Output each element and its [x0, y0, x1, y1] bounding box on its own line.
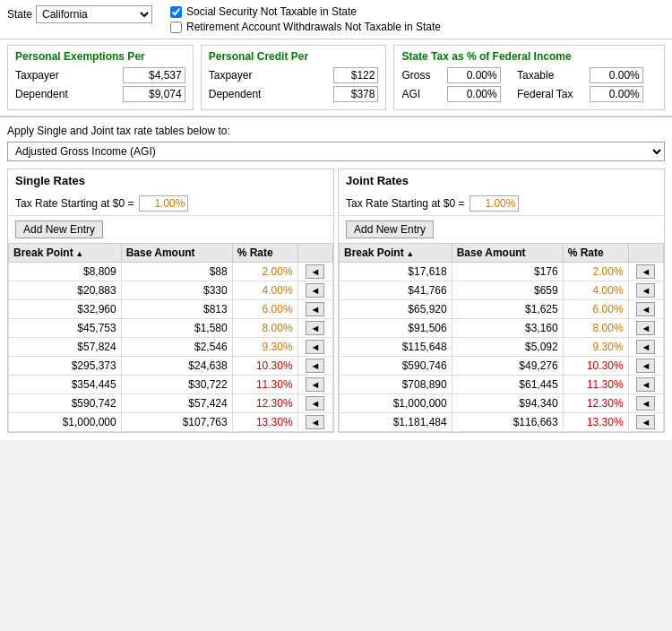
- table-row: $20,883 $330 4.00% ◄: [9, 281, 333, 300]
- single-delete-button[interactable]: ◄: [306, 302, 324, 316]
- joint-delete-cell: ◄: [628, 376, 663, 394]
- single-base-cell: $2,546: [121, 338, 232, 357]
- table-row: $32,960 $813 6.00% ◄: [9, 300, 333, 319]
- single-delete-cell: ◄: [297, 319, 332, 338]
- checkbox1-row[interactable]: Social Security Not Taxable in State: [170, 5, 441, 18]
- joint-delete-button[interactable]: ◄: [636, 377, 655, 392]
- joint-delete-cell: ◄: [628, 281, 663, 300]
- table-row: $1,000,000 $107,763 13.30% ◄: [9, 413, 333, 432]
- joint-base-cell: $49,276: [452, 357, 563, 376]
- federal-tax-input[interactable]: [590, 86, 643, 102]
- joint-rate-cell: 2.00%: [563, 263, 628, 281]
- single-col-base: Base Amount: [121, 244, 232, 263]
- joint-col-breakpoint[interactable]: Break Point: [340, 244, 452, 263]
- joint-delete-button[interactable]: ◄: [636, 359, 655, 373]
- joint-breakpoint-cell: $1,000,000: [340, 394, 452, 413]
- joint-rate-cell: 10.30%: [563, 357, 628, 376]
- joint-rate-cell: 11.30%: [563, 376, 628, 394]
- joint-delete-button[interactable]: ◄: [636, 321, 655, 335]
- joint-delete-button[interactable]: ◄: [636, 340, 655, 354]
- joint-delete-cell: ◄: [628, 413, 663, 432]
- federal-tax-label: Federal Tax: [517, 88, 587, 100]
- joint-delete-button[interactable]: ◄: [636, 396, 655, 411]
- single-delete-button[interactable]: ◄: [306, 340, 324, 354]
- single-delete-button[interactable]: ◄: [306, 359, 324, 373]
- table-row: $41,766 $659 4.00% ◄: [340, 281, 664, 300]
- checkbox2[interactable]: [170, 22, 182, 33]
- single-rate-cell: 10.30%: [232, 357, 297, 376]
- single-delete-cell: ◄: [297, 413, 332, 432]
- table-row: $590,742 $57,424 12.30% ◄: [9, 394, 333, 413]
- single-delete-button[interactable]: ◄: [306, 377, 324, 392]
- single-starting-label: Tax Rate Starting at $0 =: [15, 197, 134, 210]
- joint-breakpoint-cell: $115,648: [340, 338, 452, 357]
- joint-breakpoint-cell: $590,746: [340, 357, 452, 376]
- joint-delete-button[interactable]: ◄: [636, 415, 655, 429]
- credit-taxpayer-input[interactable]: [333, 67, 378, 83]
- rates-grid: Single Rates Tax Rate Starting at $0 = A…: [7, 169, 665, 433]
- single-delete-button[interactable]: ◄: [306, 396, 324, 411]
- single-starting-input[interactable]: [139, 195, 188, 212]
- state-tax-grid: Gross Taxable AGI Federal Tax: [401, 67, 657, 102]
- state-select[interactable]: California: [36, 5, 152, 23]
- single-breakpoint-cell: $590,742: [9, 394, 122, 413]
- single-rate-cell: 4.00%: [232, 281, 297, 300]
- table-row: $1,181,484 $116,663 13.30% ◄: [340, 413, 664, 432]
- single-delete-button[interactable]: ◄: [306, 321, 324, 335]
- single-breakpoint-cell: $354,445: [9, 376, 122, 394]
- single-delete-button[interactable]: ◄: [306, 283, 324, 298]
- joint-delete-button[interactable]: ◄: [636, 264, 655, 279]
- state-tax-title: State Tax as % of Federal Income: [401, 50, 657, 63]
- credit-dependent-input[interactable]: [333, 86, 378, 102]
- joint-breakpoint-cell: $65,920: [340, 300, 452, 319]
- table-row: $590,746 $49,276 10.30% ◄: [340, 357, 664, 376]
- joint-rate-cell: 8.00%: [563, 319, 628, 338]
- exemptions-dependent-input[interactable]: [123, 86, 185, 102]
- joint-delete-button[interactable]: ◄: [636, 283, 655, 298]
- exemptions-taxpayer-input[interactable]: [123, 67, 185, 83]
- table-row: $1,000,000 $94,340 12.30% ◄: [340, 394, 664, 413]
- agi-input[interactable]: [447, 86, 501, 102]
- credit-taxpayer-row: Taxpayer: [209, 67, 379, 83]
- joint-base-cell: $1,625: [452, 300, 563, 319]
- personal-exemptions-card: Personal Exemptions Per Taxpayer Depende…: [7, 45, 194, 110]
- joint-starting-input[interactable]: [470, 195, 519, 212]
- exemptions-taxpayer-row: Taxpayer: [15, 67, 185, 83]
- taxable-input[interactable]: [590, 67, 643, 83]
- table-row: $8,809 $88 2.00% ◄: [9, 263, 333, 281]
- gross-input[interactable]: [447, 67, 501, 83]
- joint-col-base: Base Amount: [452, 244, 563, 263]
- single-starting-row: Tax Rate Starting at $0 =: [8, 192, 333, 216]
- single-delete-cell: ◄: [297, 300, 332, 319]
- single-add-entry-button[interactable]: Add New Entry: [15, 220, 103, 238]
- single-breakpoint-cell: $20,883: [9, 281, 122, 300]
- dropdown-row: Adjusted Gross Income (AGI): [7, 142, 665, 161]
- single-rates-table: Break Point Base Amount % Rate $8,809 $8…: [8, 243, 333, 432]
- single-col-breakpoint[interactable]: Break Point: [9, 244, 122, 263]
- state-row: State California: [7, 5, 152, 23]
- single-breakpoint-cell: $8,809: [9, 263, 122, 281]
- personal-exemptions-title: Personal Exemptions Per: [15, 50, 185, 63]
- joint-delete-cell: ◄: [628, 338, 663, 357]
- exemptions-dependent-row: Dependent: [15, 86, 185, 102]
- single-base-cell: $813: [121, 300, 232, 319]
- checkbox1[interactable]: [170, 6, 182, 18]
- joint-delete-button[interactable]: ◄: [636, 302, 655, 316]
- joint-rate-cell: 4.00%: [563, 281, 628, 300]
- joint-rate-cell: 13.30%: [563, 413, 628, 432]
- checkbox2-row[interactable]: Retirement Account Withdrawals Not Taxab…: [170, 21, 441, 33]
- joint-delete-cell: ◄: [628, 319, 663, 338]
- single-delete-button[interactable]: ◄: [306, 264, 324, 279]
- single-breakpoint-cell: $57,824: [9, 338, 122, 357]
- single-base-cell: $24,638: [121, 357, 232, 376]
- joint-delete-cell: ◄: [628, 300, 663, 319]
- single-breakpoint-cell: $32,960: [9, 300, 122, 319]
- single-rate-cell: 2.00%: [232, 263, 297, 281]
- agi-select[interactable]: Adjusted Gross Income (AGI): [7, 142, 665, 161]
- table-row: $91,506 $3,160 8.00% ◄: [340, 319, 664, 338]
- agi-label: AGI: [401, 88, 444, 100]
- joint-add-entry-button[interactable]: Add New Entry: [346, 220, 434, 238]
- table-row: $17,618 $176 2.00% ◄: [340, 263, 664, 281]
- single-delete-button[interactable]: ◄: [306, 415, 324, 429]
- joint-base-cell: $176: [452, 263, 563, 281]
